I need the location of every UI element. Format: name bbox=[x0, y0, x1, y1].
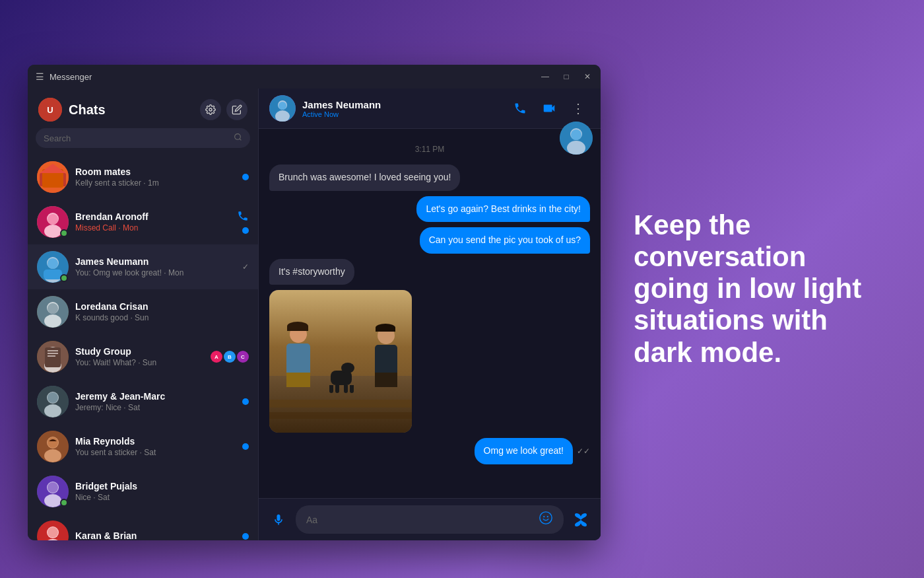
chat-info-jeremy: Jeremy & Jean-Marc Jeremy: Nice · Sat bbox=[75, 391, 236, 412]
chat-name: Bridget Pujals bbox=[75, 481, 249, 491]
message-row: Let's go again? Best drinks in the city! bbox=[269, 196, 590, 223]
svg-point-40 bbox=[48, 482, 58, 493]
chat-avatar-loredana bbox=[37, 296, 69, 328]
messages-area[interactable]: 3:11 PM Brunch was awesome! I loved seei… bbox=[259, 129, 601, 498]
chat-preview: Missed Call · Mon bbox=[75, 223, 230, 233]
chat-avatar-study bbox=[37, 341, 69, 373]
video-call-button[interactable] bbox=[537, 96, 561, 120]
svg-point-35 bbox=[44, 449, 61, 462]
chat-item-loredana[interactable]: Loredana Crisan K sounds good · Sun bbox=[28, 289, 258, 334]
chat-meta bbox=[242, 443, 249, 450]
chat-item-karan[interactable]: Karan & Brian bbox=[28, 514, 258, 540]
message-input-box[interactable] bbox=[296, 505, 564, 534]
chat-meta: ✓ bbox=[242, 262, 249, 271]
person-right bbox=[375, 327, 397, 387]
chat-preview: You sent a sticker · Sat bbox=[75, 448, 236, 457]
chat-name: Study Group bbox=[75, 346, 204, 357]
svg-point-11 bbox=[44, 225, 61, 238]
chat-info-mia: Mia Reynolds You sent a sticker · Sat bbox=[75, 436, 236, 457]
chat-name: Karan & Brian bbox=[75, 530, 236, 540]
svg-point-52 bbox=[571, 129, 581, 140]
app-window: ☰ Messenger — □ ✕ U Chats bbox=[28, 65, 601, 540]
svg-point-53 bbox=[540, 512, 552, 524]
chat-item-mia[interactable]: Mia Reynolds You sent a sticker · Sat bbox=[28, 424, 258, 469]
photo-content bbox=[269, 290, 412, 433]
svg-text:U: U bbox=[47, 105, 53, 115]
chat-item-roommates[interactable]: Room mates Kelly sent a sticker · 1m bbox=[28, 155, 258, 199]
group-mini-avatar: B bbox=[224, 351, 236, 363]
unread-indicator bbox=[242, 174, 249, 180]
voice-call-button[interactable] bbox=[508, 96, 532, 120]
message-row: Can you send the pic you took of us? bbox=[269, 227, 590, 254]
microphone-button[interactable] bbox=[267, 508, 290, 532]
timestamp-divider: 3:11 PM bbox=[269, 145, 590, 154]
chat-info-roommates: Room mates Kelly sent a sticker · 1m bbox=[75, 166, 236, 188]
sidebar: U Chats bbox=[28, 89, 259, 540]
sidebar-header: U Chats bbox=[28, 89, 258, 128]
sidebar-actions bbox=[200, 99, 248, 120]
more-options-button[interactable]: ⋮ bbox=[566, 96, 590, 120]
chat-info-karan: Karan & Brian bbox=[75, 530, 236, 540]
svg-point-54 bbox=[543, 516, 544, 517]
chat-preview: K sounds good · Sun bbox=[75, 313, 249, 322]
chat-name: Jeremy & Jean-Marc bbox=[75, 391, 236, 402]
svg-point-55 bbox=[547, 516, 548, 517]
dog bbox=[329, 360, 354, 393]
message-row-photo bbox=[269, 290, 590, 433]
chat-item-bridget[interactable]: Bridget Pujals Nice · Sat bbox=[28, 469, 258, 514]
unread-indicator bbox=[242, 398, 249, 405]
hamburger-icon[interactable]: ☰ bbox=[36, 71, 44, 82]
main-content: U Chats bbox=[28, 89, 601, 540]
unread-indicator bbox=[242, 443, 249, 450]
compose-button[interactable] bbox=[226, 99, 248, 120]
chat-meta bbox=[242, 533, 249, 540]
emoji-button[interactable] bbox=[539, 511, 553, 528]
chat-item-study[interactable]: Study Group You: Wait! What? · Sun A B C bbox=[28, 334, 258, 379]
butterfly-button[interactable] bbox=[569, 508, 593, 532]
chat-avatar-james bbox=[37, 251, 69, 283]
chat-name: Brendan Aronoff bbox=[75, 211, 230, 222]
message-input[interactable] bbox=[306, 515, 539, 525]
search-input[interactable] bbox=[44, 133, 230, 143]
app-title: Messenger bbox=[50, 72, 92, 82]
search-container bbox=[28, 128, 258, 155]
search-box[interactable] bbox=[36, 128, 250, 148]
svg-rect-27 bbox=[48, 353, 58, 354]
chat-item-james[interactable]: James Neumann You: Omg we look great! · … bbox=[28, 244, 258, 289]
message-row: Brunch was awesome! I loved seeing you! bbox=[269, 164, 590, 191]
svg-point-39 bbox=[44, 494, 61, 507]
chat-info-study: Study Group You: Wait! What? · Sun bbox=[75, 346, 204, 367]
online-indicator bbox=[60, 499, 68, 507]
close-button[interactable]: ✕ bbox=[582, 71, 593, 82]
svg-point-20 bbox=[44, 314, 61, 328]
svg-point-21 bbox=[48, 303, 58, 314]
chat-meta: A B C bbox=[211, 351, 249, 363]
unread-indicator bbox=[242, 227, 249, 234]
chat-name: Loredana Crisan bbox=[75, 301, 249, 312]
sidebar-title: Chats bbox=[69, 102, 193, 118]
minimize-button[interactable]: — bbox=[540, 71, 550, 82]
chat-preview: You: Omg we look great! · Mon bbox=[75, 268, 236, 277]
window-controls: — □ ✕ bbox=[540, 71, 593, 82]
message-bubble: Brunch was awesome! I loved seeing you! bbox=[269, 164, 460, 191]
svg-point-12 bbox=[48, 214, 58, 225]
unread-indicator bbox=[242, 533, 249, 540]
chat-item-jeremy[interactable]: Jeremy & Jean-Marc Jeremy: Nice · Sat bbox=[28, 379, 258, 424]
settings-button[interactable] bbox=[200, 99, 221, 120]
user-avatar[interactable]: U bbox=[38, 98, 62, 122]
svg-point-31 bbox=[44, 404, 61, 417]
chat-info-james: James Neumann You: Omg we look great! · … bbox=[75, 256, 236, 277]
chat-name: Mia Reynolds bbox=[75, 436, 236, 447]
chat-name: Room mates bbox=[75, 166, 236, 177]
maximize-button[interactable]: □ bbox=[561, 71, 572, 82]
online-indicator bbox=[60, 229, 68, 237]
message-photo bbox=[269, 290, 412, 433]
chat-avatar-roommates bbox=[37, 161, 69, 193]
chat-meta bbox=[242, 398, 249, 405]
chat-item-brendan[interactable]: Brendan Aronoff Missed Call · Mon bbox=[28, 199, 258, 244]
message-bubble: Can you send the pic you took of us? bbox=[420, 227, 590, 254]
chat-preview: You: Wait! What? · Sun bbox=[75, 358, 204, 367]
chat-info-bridget: Bridget Pujals Nice · Sat bbox=[75, 481, 249, 502]
svg-point-3 bbox=[235, 134, 241, 140]
chat-header: James Neumann Active Now ⋮ bbox=[259, 89, 601, 129]
